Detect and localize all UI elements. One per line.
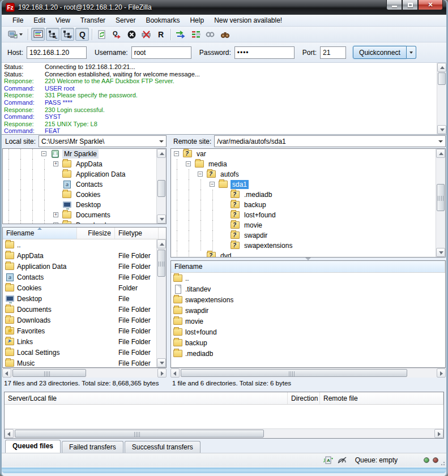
remote-file-row[interactable]: movie	[171, 316, 445, 327]
scroll-thumb[interactable]	[157, 250, 165, 277]
remote-file-row[interactable]: .titandev	[171, 284, 445, 294]
quickconnect-dropdown-button[interactable]	[407, 46, 416, 59]
local-file-row[interactable]: ↓DownloadsFile Folder	[3, 315, 166, 325]
local-tree-item[interactable]: +↓Downloads	[3, 220, 166, 224]
local-horizontal-scrollbar[interactable]	[2, 368, 167, 378]
local-file-row[interactable]: ContactsFile Folder	[3, 272, 166, 282]
title-bar[interactable]: Fz 192.168.1.20 - root@192.168.1.20 - Fi…	[2, 0, 446, 15]
tree-expander-cell[interactable]: −	[207, 179, 219, 190]
tree-expander-cell[interactable]: −	[195, 169, 207, 179]
collapse-expander-icon[interactable]: −	[186, 161, 191, 166]
collapse-expander-icon[interactable]: −	[41, 151, 46, 156]
local-tree-item[interactable]: Cookies	[3, 190, 166, 200]
tab-queued-files[interactable]: Queued files	[5, 440, 61, 453]
username-input[interactable]	[131, 46, 191, 59]
menu-item-new-version-available[interactable]: New version available!	[209, 15, 287, 25]
message-log-button[interactable]	[31, 28, 45, 41]
remote-tree-item[interactable]: ?lost+found	[171, 210, 445, 220]
refresh-button[interactable]	[95, 28, 109, 41]
scroll-right-button[interactable]	[157, 368, 167, 378]
maximize-button[interactable]	[402, 0, 418, 10]
queue-view-button[interactable]: Q	[75, 28, 89, 41]
remote-site-combobox[interactable]: /var/media/autofs/sda1	[214, 135, 446, 147]
column-header-filename[interactable]: Filename	[3, 228, 77, 239]
local-tree-item[interactable]: +AppData	[3, 159, 166, 169]
remote-file-row[interactable]: lost+found	[171, 327, 445, 337]
scroll-up-button[interactable]	[157, 239, 166, 248]
minimize-button[interactable]	[386, 0, 402, 10]
remote-tree-item[interactable]: ?swapdir	[171, 230, 445, 241]
remote-file-row[interactable]: backup	[171, 337, 445, 348]
remote-tree-item[interactable]: ?.mediadb	[171, 190, 445, 200]
scroll-left-button[interactable]	[170, 368, 180, 378]
local-file-row[interactable]: DocumentsFile Folder	[3, 304, 166, 315]
scroll-up-button[interactable]	[157, 149, 166, 158]
remote-file-row[interactable]: ..	[171, 273, 445, 284]
password-input[interactable]	[234, 46, 295, 59]
host-input[interactable]	[27, 46, 87, 59]
cancel-button[interactable]	[125, 28, 138, 41]
tab-failed-transfers[interactable]: Failed transfers	[62, 441, 123, 453]
transfer-queue-body[interactable]	[5, 405, 443, 428]
local-tree-vertical-scrollbar[interactable]	[156, 149, 166, 224]
log-vertical-scrollbar[interactable]	[437, 63, 446, 134]
remote-tree-item[interactable]: −sda1	[171, 179, 445, 190]
menu-item-view[interactable]: View	[50, 15, 75, 25]
scroll-thumb[interactable]	[181, 369, 407, 377]
message-log[interactable]: Status:Connecting to 192.168.1.20:21...S…	[2, 63, 446, 135]
scroll-up-button[interactable]	[437, 63, 446, 72]
menu-item-transfer[interactable]: Transfer	[75, 15, 110, 25]
remote-tree-item[interactable]: −?var	[171, 149, 445, 159]
queue-column-remote-file[interactable]: Remote file	[320, 392, 443, 404]
queue-column-server-local-file[interactable]: Server/Local file	[5, 392, 288, 404]
scroll-left-button[interactable]	[2, 368, 11, 378]
scroll-thumb[interactable]	[15, 430, 264, 438]
local-file-row[interactable]: CookiesFolder	[3, 282, 166, 293]
process-queue-button[interactable]: Q	[110, 28, 123, 41]
close-button[interactable]: ✕	[418, 0, 443, 10]
scroll-left-button[interactable]	[5, 429, 14, 438]
transfer-type-icon[interactable]: A	[323, 456, 334, 465]
column-header-filetype[interactable]: Filetype	[115, 228, 159, 239]
scroll-up-button[interactable]	[436, 149, 445, 158]
scroll-thumb[interactable]	[437, 184, 445, 211]
tree-expander-cell[interactable]: −	[171, 149, 183, 159]
remote-file-row[interactable]: swapdir	[171, 305, 445, 316]
remote-horizontal-scrollbar[interactable]	[170, 368, 446, 378]
scroll-down-button[interactable]	[157, 358, 166, 367]
scroll-thumb[interactable]	[12, 369, 86, 377]
collapse-expander-icon[interactable]: −	[198, 171, 203, 177]
filename-filters-button[interactable]	[174, 28, 187, 41]
remote-tree-button[interactable]: F	[61, 28, 74, 41]
remote-file-row[interactable]: swapextensions	[171, 294, 445, 305]
remote-file-list[interactable]: Filename ...titandevswapextensionsswapdi…	[170, 260, 446, 368]
synchronized-browsing-button[interactable]	[203, 28, 217, 41]
disconnect-button[interactable]	[139, 28, 153, 41]
scroll-right-button[interactable]	[437, 368, 446, 378]
local-file-row[interactable]: ..	[3, 239, 166, 250]
remote-directory-tree[interactable]: −?var−media−?autofs−sda1?.mediadb?backup…	[170, 148, 446, 258]
remote-tree-item[interactable]: ?movie	[171, 220, 445, 230]
local-file-row[interactable]: DesktopFile	[3, 293, 166, 304]
menu-item-server[interactable]: Server	[110, 15, 140, 25]
reconnect-button[interactable]: R	[154, 28, 168, 41]
remote-file-row[interactable]: .mediadb	[171, 348, 445, 359]
local-file-row[interactable]: ★FavoritesFile Folder	[3, 325, 166, 336]
scroll-down-button[interactable]	[157, 215, 166, 224]
find-files-button[interactable]	[218, 28, 232, 41]
tree-expander-cell[interactable]: +	[50, 159, 62, 169]
local-file-list[interactable]: FilenameFilesizeFiletype ..AppDataFile F…	[2, 227, 167, 368]
remote-tree-item[interactable]: ?backup	[171, 200, 445, 210]
remote-tree-vertical-scrollbar[interactable]	[436, 149, 445, 257]
menu-item-file[interactable]: File	[7, 15, 28, 25]
local-tree-item[interactable]: −Mr Sparkle	[3, 149, 166, 159]
resize-grip[interactable]	[438, 459, 445, 466]
remote-tree-item[interactable]: −?autofs	[171, 169, 445, 179]
speed-limits-icon[interactable]	[337, 456, 347, 465]
expand-expander-icon[interactable]: +	[53, 161, 58, 166]
directory-comparison-button[interactable]	[189, 28, 202, 41]
scroll-thumb[interactable]	[157, 180, 165, 197]
local-tree-item[interactable]: Application Data	[3, 169, 166, 179]
local-file-row[interactable]: Local SettingsFile Folder	[3, 347, 166, 358]
local-list-vertical-scrollbar[interactable]	[156, 239, 166, 367]
